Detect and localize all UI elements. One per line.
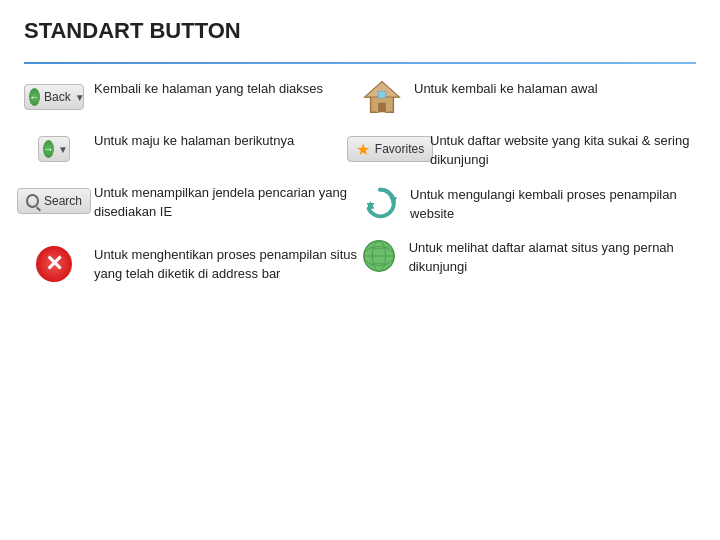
back-description: Kembali ke halaman yang telah diakses	[94, 78, 323, 99]
favorites-label: Favorites	[375, 142, 424, 156]
home-icon[interactable]	[363, 78, 401, 116]
back-row: ← Back ▼ Kembali ke halaman yang telah d…	[24, 78, 360, 116]
refresh-button-icon	[360, 184, 400, 222]
forward-dropdown-arrow: ▼	[58, 144, 68, 155]
forward-arrow-icon: →	[43, 140, 54, 158]
page: STANDART BUTTON ← Back ▼ Kembali ke hala…	[0, 0, 720, 315]
back-label: Back	[44, 90, 71, 104]
forward-row: → ▼ Untuk maju ke halaman berikutnya	[24, 130, 360, 168]
back-dropdown-arrow: ▼	[75, 92, 85, 103]
history-icon[interactable]	[360, 237, 398, 275]
history-row: Untuk melihat daftar alamat situs yang p…	[360, 237, 696, 277]
refresh-row: Untuk mengulangi kembali proses penampil…	[360, 184, 696, 224]
refresh-icon[interactable]	[361, 184, 399, 222]
back-arrow-icon: ←	[29, 88, 40, 106]
back-button-icon: ← Back ▼	[24, 78, 84, 116]
favorites-button[interactable]: ★ Favorites	[347, 136, 433, 162]
search-row: Search Untuk menampilkan jendela pencari…	[24, 182, 360, 222]
forward-button-icon: → ▼	[24, 130, 84, 168]
favorites-description: Untuk daftar website yang kita sukai & s…	[430, 130, 696, 170]
search-label: Search	[44, 194, 82, 208]
right-column: Untuk kembali ke halaman awal ★ Favorite…	[360, 78, 696, 297]
favorites-button-icon: ★ Favorites	[360, 130, 420, 168]
stop-label: ✕	[45, 251, 63, 277]
svg-rect-3	[378, 103, 386, 113]
search-icon	[26, 194, 39, 208]
forward-description: Untuk maju ke halaman berikutnya	[94, 130, 294, 151]
history-description: Untuk melihat daftar alamat situs yang p…	[409, 237, 696, 277]
star-icon: ★	[356, 140, 370, 159]
stop-description: Untuk menghentikan proses penampilan sit…	[94, 244, 360, 284]
search-button[interactable]: Search	[17, 188, 91, 214]
refresh-description: Untuk mengulangi kembali proses penampil…	[410, 184, 696, 224]
search-description: Untuk menampilkan jendela pencarian yang…	[94, 182, 360, 222]
content-area: ← Back ▼ Kembali ke halaman yang telah d…	[24, 78, 696, 297]
home-button-icon	[360, 78, 404, 116]
home-description: Untuk kembali ke halaman awal	[414, 78, 598, 99]
stop-row: ✕ Untuk menghentikan proses penampilan s…	[24, 244, 360, 284]
history-button-icon	[360, 237, 399, 275]
forward-button[interactable]: → ▼	[38, 136, 70, 162]
svg-marker-7	[390, 197, 398, 205]
left-column: ← Back ▼ Kembali ke halaman yang telah d…	[24, 78, 360, 297]
home-row: Untuk kembali ke halaman awal	[360, 78, 696, 116]
stop-button[interactable]: ✕	[36, 246, 72, 282]
back-button[interactable]: ← Back ▼	[24, 84, 84, 110]
favorites-row: ★ Favorites Untuk daftar website yang ki…	[360, 130, 696, 170]
page-title: STANDART BUTTON	[24, 18, 696, 44]
svg-rect-4	[378, 91, 386, 98]
search-button-icon: Search	[24, 182, 84, 220]
divider	[24, 62, 696, 64]
